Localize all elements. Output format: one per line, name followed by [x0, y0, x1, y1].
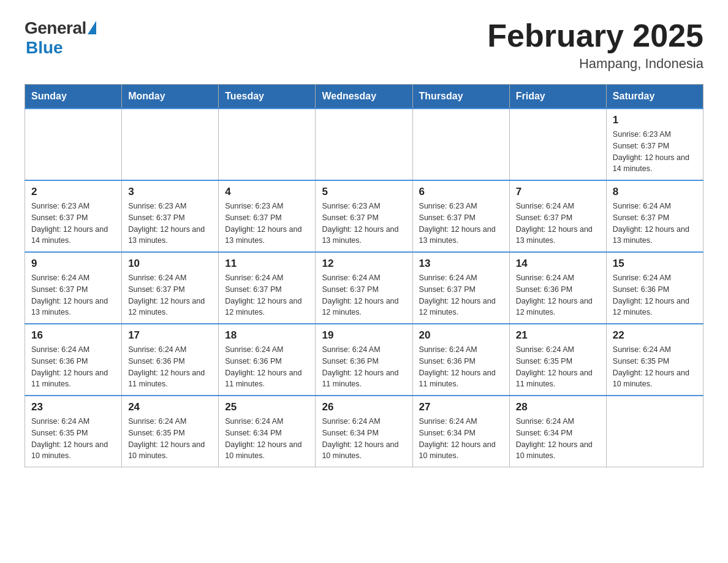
calendar-cell-2-1: 2Sunrise: 6:23 AMSunset: 6:37 PMDaylight…: [25, 180, 122, 252]
day-number: 12: [322, 258, 406, 270]
logo-general-text: General: [25, 18, 86, 38]
week-row-3: 9Sunrise: 6:24 AMSunset: 6:37 PMDaylight…: [25, 252, 703, 324]
col-tuesday: Tuesday: [219, 85, 316, 109]
calendar-cell-3-2: 10Sunrise: 6:24 AMSunset: 6:37 PMDayligh…: [122, 252, 219, 324]
day-number: 24: [128, 401, 212, 413]
calendar-cell-4-3: 18Sunrise: 6:24 AMSunset: 6:36 PMDayligh…: [219, 324, 316, 396]
day-info: Sunrise: 6:24 AMSunset: 6:34 PMDaylight:…: [516, 416, 600, 462]
calendar-cell-1-2: [122, 109, 219, 180]
day-number: 23: [31, 401, 115, 413]
logo-triangle-icon: [88, 21, 96, 34]
day-info: Sunrise: 6:24 AMSunset: 6:36 PMDaylight:…: [128, 344, 212, 390]
calendar-cell-5-6: 28Sunrise: 6:24 AMSunset: 6:34 PMDayligh…: [509, 396, 606, 467]
day-info: Sunrise: 6:24 AMSunset: 6:35 PMDaylight:…: [128, 416, 212, 462]
day-info: Sunrise: 6:23 AMSunset: 6:37 PMDaylight:…: [419, 201, 503, 247]
day-number: 15: [613, 258, 697, 270]
day-number: 26: [322, 401, 406, 413]
calendar-cell-2-2: 3Sunrise: 6:23 AMSunset: 6:37 PMDaylight…: [122, 180, 219, 252]
title-section: February 2025 Hampang, Indonesia: [487, 18, 703, 72]
day-info: Sunrise: 6:24 AMSunset: 6:35 PMDaylight:…: [31, 416, 115, 462]
page-header: General Blue February 2025 Hampang, Indo…: [25, 18, 703, 72]
calendar-cell-4-2: 17Sunrise: 6:24 AMSunset: 6:36 PMDayligh…: [122, 324, 219, 396]
day-number: 21: [516, 329, 600, 342]
col-sunday: Sunday: [25, 85, 122, 109]
calendar-cell-5-3: 25Sunrise: 6:24 AMSunset: 6:34 PMDayligh…: [219, 396, 316, 467]
day-info: Sunrise: 6:24 AMSunset: 6:36 PMDaylight:…: [613, 272, 697, 318]
day-info: Sunrise: 6:24 AMSunset: 6:36 PMDaylight:…: [419, 344, 503, 390]
day-number: 7: [516, 186, 600, 198]
day-number: 28: [516, 401, 600, 413]
calendar-cell-3-4: 12Sunrise: 6:24 AMSunset: 6:37 PMDayligh…: [316, 252, 412, 324]
day-info: Sunrise: 6:24 AMSunset: 6:37 PMDaylight:…: [322, 272, 406, 318]
day-number: 14: [516, 258, 600, 270]
col-monday: Monday: [122, 85, 219, 109]
day-info: Sunrise: 6:24 AMSunset: 6:37 PMDaylight:…: [225, 272, 309, 318]
day-number: 6: [419, 186, 503, 198]
day-number: 2: [31, 186, 115, 198]
day-info: Sunrise: 6:24 AMSunset: 6:34 PMDaylight:…: [322, 416, 406, 462]
day-number: 5: [322, 186, 406, 198]
day-info: Sunrise: 6:23 AMSunset: 6:37 PMDaylight:…: [322, 201, 406, 247]
calendar-cell-5-5: 27Sunrise: 6:24 AMSunset: 6:34 PMDayligh…: [412, 396, 509, 467]
calendar-cell-2-4: 5Sunrise: 6:23 AMSunset: 6:37 PMDaylight…: [316, 180, 412, 252]
day-number: 11: [225, 258, 309, 270]
logo: General Blue: [25, 18, 96, 58]
col-thursday: Thursday: [412, 85, 509, 109]
day-number: 19: [322, 329, 406, 342]
calendar-cell-4-1: 16Sunrise: 6:24 AMSunset: 6:36 PMDayligh…: [25, 324, 122, 396]
day-info: Sunrise: 6:24 AMSunset: 6:37 PMDaylight:…: [516, 201, 600, 247]
calendar-cell-4-7: 22Sunrise: 6:24 AMSunset: 6:35 PMDayligh…: [606, 324, 703, 396]
day-info: Sunrise: 6:24 AMSunset: 6:34 PMDaylight:…: [419, 416, 503, 462]
day-number: 18: [225, 329, 309, 342]
week-row-1: 1Sunrise: 6:23 AMSunset: 6:37 PMDaylight…: [25, 109, 703, 180]
calendar-cell-4-6: 21Sunrise: 6:24 AMSunset: 6:35 PMDayligh…: [509, 324, 606, 396]
col-friday: Friday: [509, 85, 606, 109]
calendar-cell-1-1: [25, 109, 122, 180]
day-info: Sunrise: 6:24 AMSunset: 6:36 PMDaylight:…: [516, 272, 600, 318]
day-info: Sunrise: 6:24 AMSunset: 6:37 PMDaylight:…: [128, 272, 212, 318]
calendar-cell-4-5: 20Sunrise: 6:24 AMSunset: 6:36 PMDayligh…: [412, 324, 509, 396]
day-number: 4: [225, 186, 309, 198]
day-info: Sunrise: 6:24 AMSunset: 6:36 PMDaylight:…: [322, 344, 406, 390]
calendar-cell-4-4: 19Sunrise: 6:24 AMSunset: 6:36 PMDayligh…: [316, 324, 412, 396]
week-row-4: 16Sunrise: 6:24 AMSunset: 6:36 PMDayligh…: [25, 324, 703, 396]
calendar-cell-5-7: [606, 396, 703, 467]
day-info: Sunrise: 6:24 AMSunset: 6:37 PMDaylight:…: [613, 201, 697, 247]
day-number: 25: [225, 401, 309, 413]
calendar-cell-5-2: 24Sunrise: 6:24 AMSunset: 6:35 PMDayligh…: [122, 396, 219, 467]
day-info: Sunrise: 6:24 AMSunset: 6:35 PMDaylight:…: [613, 344, 697, 390]
calendar-cell-5-4: 26Sunrise: 6:24 AMSunset: 6:34 PMDayligh…: [316, 396, 412, 467]
day-info: Sunrise: 6:24 AMSunset: 6:37 PMDaylight:…: [419, 272, 503, 318]
calendar-cell-1-3: [219, 109, 316, 180]
day-info: Sunrise: 6:24 AMSunset: 6:36 PMDaylight:…: [225, 344, 309, 390]
calendar-cell-5-1: 23Sunrise: 6:24 AMSunset: 6:35 PMDayligh…: [25, 396, 122, 467]
col-wednesday: Wednesday: [316, 85, 412, 109]
day-info: Sunrise: 6:23 AMSunset: 6:37 PMDaylight:…: [225, 201, 309, 247]
day-number: 9: [31, 258, 115, 270]
day-number: 10: [128, 258, 212, 270]
calendar-cell-2-5: 6Sunrise: 6:23 AMSunset: 6:37 PMDaylight…: [412, 180, 509, 252]
calendar-cell-2-6: 7Sunrise: 6:24 AMSunset: 6:37 PMDaylight…: [509, 180, 606, 252]
day-number: 3: [128, 186, 212, 198]
month-title: February 2025: [487, 18, 703, 53]
calendar-cell-2-7: 8Sunrise: 6:24 AMSunset: 6:37 PMDaylight…: [606, 180, 703, 252]
calendar-cell-1-6: [509, 109, 606, 180]
calendar-cell-1-7: 1Sunrise: 6:23 AMSunset: 6:37 PMDaylight…: [606, 109, 703, 180]
location-label: Hampang, Indonesia: [487, 56, 703, 72]
day-info: Sunrise: 6:24 AMSunset: 6:37 PMDaylight:…: [31, 272, 115, 318]
calendar-cell-1-4: [316, 109, 412, 180]
day-number: 13: [419, 258, 503, 270]
day-number: 20: [419, 329, 503, 342]
day-info: Sunrise: 6:24 AMSunset: 6:34 PMDaylight:…: [225, 416, 309, 462]
calendar-cell-3-6: 14Sunrise: 6:24 AMSunset: 6:36 PMDayligh…: [509, 252, 606, 324]
week-row-5: 23Sunrise: 6:24 AMSunset: 6:35 PMDayligh…: [25, 396, 703, 467]
logo-blue-text: Blue: [26, 38, 63, 58]
day-number: 8: [613, 186, 697, 198]
col-saturday: Saturday: [606, 85, 703, 109]
day-number: 22: [613, 329, 697, 342]
calendar-cell-2-3: 4Sunrise: 6:23 AMSunset: 6:37 PMDaylight…: [219, 180, 316, 252]
day-info: Sunrise: 6:23 AMSunset: 6:37 PMDaylight:…: [128, 201, 212, 247]
day-number: 17: [128, 329, 212, 342]
calendar-cell-3-1: 9Sunrise: 6:24 AMSunset: 6:37 PMDaylight…: [25, 252, 122, 324]
calendar-header-row: Sunday Monday Tuesday Wednesday Thursday…: [25, 85, 703, 109]
